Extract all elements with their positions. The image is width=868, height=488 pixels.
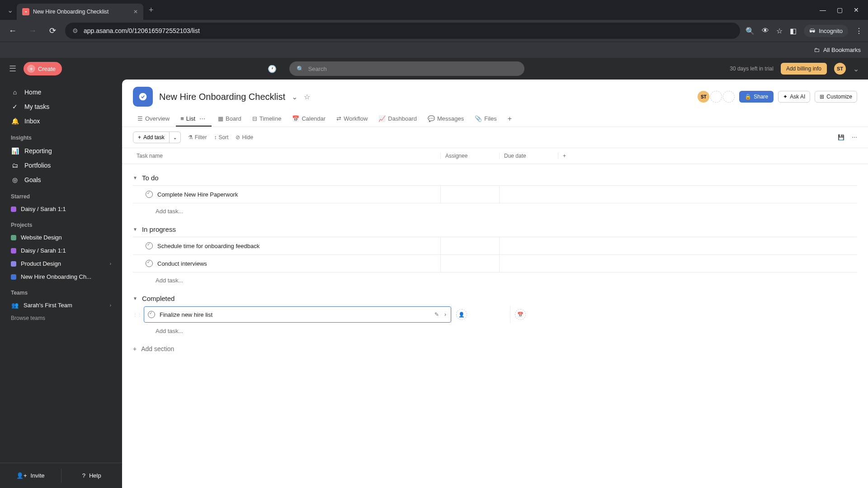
site-settings-icon[interactable]: ⚙	[72, 27, 78, 34]
add-task-dropdown[interactable]: ⌄	[170, 131, 181, 143]
task-name[interactable]: Finalize new hire list	[160, 311, 212, 318]
incognito-badge[interactable]: 🕶 Incognito	[804, 25, 848, 37]
due-date-cell[interactable]	[499, 186, 558, 203]
due-date-cell[interactable]	[499, 237, 558, 254]
project-item-active[interactable]: New Hire Onboarding Ch...	[0, 270, 122, 283]
chevron-down-icon[interactable]: ⌄	[292, 93, 297, 101]
search-input[interactable]: 🔍 Search	[289, 61, 524, 76]
task-row-selected[interactable]: ⋮⋮ Finalize new hire list ✎ › 👤 📅	[133, 306, 857, 323]
tab-board[interactable]: ▦Board	[213, 111, 246, 127]
add-section-button[interactable]: + Add section	[133, 339, 857, 359]
project-title[interactable]: New Hire Onboarding Checklist	[159, 92, 285, 102]
hamburger-icon[interactable]: ☰	[9, 64, 16, 74]
team-item[interactable]: 👥 Sarah's First Team ›	[0, 299, 122, 312]
column-due-date[interactable]: Due date	[499, 153, 558, 159]
tab-close-icon[interactable]: ✕	[133, 9, 138, 15]
address-bar[interactable]: ⚙ app.asana.com/0/1206165972552103/list	[65, 23, 740, 39]
save-view-icon[interactable]: 💾	[838, 134, 844, 141]
user-avatar[interactable]: ST	[834, 63, 846, 75]
project-item[interactable]: Product Design ›	[0, 257, 122, 270]
add-task-row[interactable]: Add task...	[133, 323, 857, 339]
task-row[interactable]: Complete New Hire Paperwork	[133, 185, 857, 203]
section-header-completed[interactable]: ▼ Completed	[133, 288, 857, 306]
invite-button[interactable]: 👤+ Invite	[0, 469, 61, 483]
project-item[interactable]: Website Design	[0, 231, 122, 244]
project-item[interactable]: Daisy / Sarah 1:1	[0, 244, 122, 257]
tab-more-icon[interactable]: ⋯	[198, 115, 207, 122]
eye-off-icon[interactable]: 👁	[762, 27, 769, 35]
tab-overview[interactable]: ☰Overview	[133, 111, 174, 127]
sidebar-item-inbox[interactable]: 🔔 Inbox	[0, 114, 122, 128]
assignee-cell[interactable]: 👤	[451, 306, 510, 323]
add-member-placeholder[interactable]	[710, 91, 722, 103]
assignee-cell[interactable]	[440, 255, 499, 272]
assignee-cell[interactable]	[440, 186, 499, 203]
sidebar-item-portfolios[interactable]: 🗂 Portfolios	[0, 158, 122, 173]
assignee-placeholder-icon[interactable]: 👤	[456, 309, 467, 320]
section-header-inprogress[interactable]: ▼ In progress	[133, 219, 857, 237]
close-window-icon[interactable]: ✕	[854, 6, 859, 14]
sidebar-item-reporting[interactable]: 📊 Reporting	[0, 144, 122, 158]
more-options-icon[interactable]: ⋯	[852, 134, 857, 141]
forward-button[interactable]: →	[25, 23, 40, 38]
task-row[interactable]: Schedule time for onboarding feedback	[133, 237, 857, 255]
member-avatar[interactable]: ST	[698, 91, 709, 103]
help-button[interactable]: ? Help	[61, 469, 123, 483]
add-task-button[interactable]: + Add task	[133, 131, 170, 143]
starred-project[interactable]: Daisy / Sarah 1:1	[0, 202, 122, 216]
assignee-cell[interactable]	[440, 237, 499, 254]
task-name[interactable]: Conduct interviews	[157, 260, 207, 267]
complete-task-checkbox[interactable]	[146, 260, 153, 267]
tab-dashboard[interactable]: 📈Dashboard	[374, 111, 421, 127]
date-placeholder-icon[interactable]: 📅	[515, 309, 526, 320]
reload-button[interactable]: ⟳	[45, 23, 60, 38]
back-button[interactable]: ←	[5, 23, 20, 38]
browser-tab[interactable]: New Hire Onboarding Checklist ✕	[17, 4, 143, 20]
browser-menu-icon[interactable]: ⋮	[855, 27, 863, 35]
filter-button[interactable]: ⚗Filter	[188, 134, 207, 141]
ask-ai-button[interactable]: ✦ Ask AI	[778, 91, 810, 103]
complete-task-checkbox[interactable]	[146, 242, 153, 249]
add-tab-button[interactable]: +	[503, 111, 516, 127]
tab-list[interactable]: ≡List⋯	[176, 111, 212, 127]
side-panel-icon[interactable]: ◧	[790, 27, 797, 35]
sidebar-item-home[interactable]: ⌂ Home	[0, 85, 122, 99]
tab-messages[interactable]: 💬Messages	[423, 111, 468, 127]
new-tab-button[interactable]: +	[143, 5, 159, 15]
tab-files[interactable]: 📎Files	[470, 111, 501, 127]
tab-workflow[interactable]: ⇄Workflow	[332, 111, 372, 127]
task-row[interactable]: Conduct interviews	[133, 255, 857, 272]
add-task-row[interactable]: Add task...	[133, 203, 857, 219]
column-task-name[interactable]: Task name	[133, 153, 440, 159]
edit-icon[interactable]: ✎	[434, 311, 439, 318]
due-date-cell[interactable]: 📅	[510, 306, 569, 323]
add-task-row[interactable]: Add task...	[133, 272, 857, 288]
star-icon[interactable]: ☆	[304, 93, 310, 101]
search-lens-icon[interactable]: 🔍	[745, 27, 755, 35]
sidebar-item-mytasks[interactable]: ✓ My tasks	[0, 99, 122, 114]
tab-search-dropdown[interactable]: ⌄	[4, 6, 17, 14]
project-icon[interactable]	[133, 87, 153, 107]
sidebar-item-goals[interactable]: ◎ Goals	[0, 173, 122, 187]
task-name[interactable]: Schedule time for onboarding feedback	[157, 243, 259, 249]
due-date-cell[interactable]	[499, 255, 558, 272]
customize-button[interactable]: ⊞ Customize	[815, 91, 857, 103]
sort-button[interactable]: ↕Sort	[214, 134, 228, 141]
minimize-icon[interactable]: ―	[820, 6, 826, 14]
create-button[interactable]: + Create	[24, 62, 62, 75]
details-chevron-icon[interactable]: ›	[444, 311, 446, 318]
avatar-chevron-icon[interactable]: ⌄	[853, 65, 859, 73]
section-header-todo[interactable]: ▼ To do	[133, 168, 857, 185]
column-assignee[interactable]: Assignee	[440, 153, 499, 159]
bookmark-star-icon[interactable]: ☆	[776, 27, 783, 35]
history-icon[interactable]: 🕐	[268, 65, 277, 73]
browse-teams-link[interactable]: Browse teams	[0, 312, 122, 324]
add-column-button[interactable]: +	[558, 153, 576, 159]
share-button[interactable]: 🔒 Share	[739, 91, 774, 103]
all-bookmarks-link[interactable]: All Bookmarks	[823, 47, 861, 53]
maximize-icon[interactable]: ▢	[837, 6, 843, 14]
complete-task-checkbox[interactable]	[146, 191, 153, 198]
hide-button[interactable]: ⊘Hide	[236, 134, 253, 141]
complete-task-checkbox[interactable]	[148, 311, 155, 318]
drag-handle-icon[interactable]: ⋮⋮	[133, 312, 144, 317]
